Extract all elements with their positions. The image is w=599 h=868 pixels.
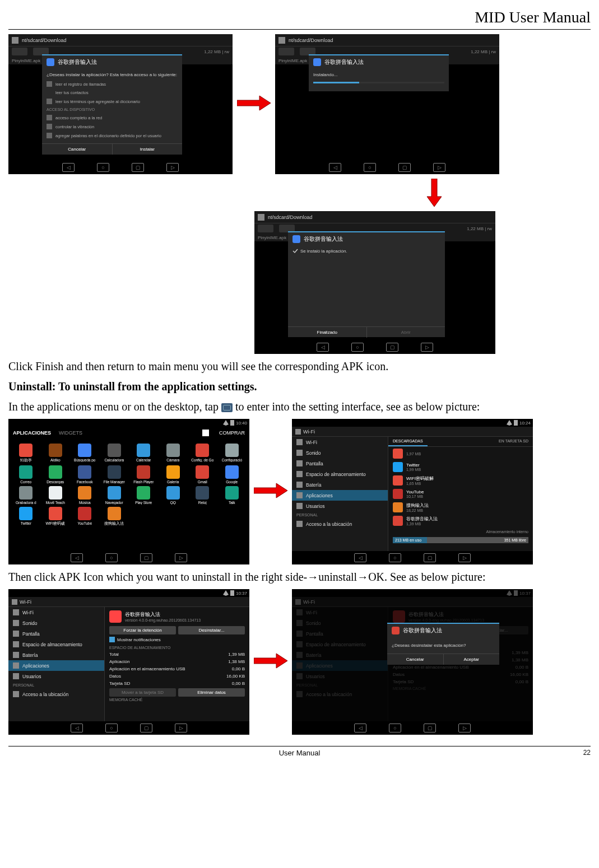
settings-row[interactable]: Aplicaciones [292,490,388,501]
app-item[interactable]: Twitter [12,507,40,526]
recent-icon[interactable]: ▢ [424,553,436,562]
back-icon[interactable]: ◁ [354,553,366,562]
app-item[interactable]: Calendar [129,444,158,463]
tab-sd[interactable]: EN TARJETA SD [494,437,533,446]
settings-row[interactable]: Usuarios [292,501,388,511]
app-item[interactable]: Reloj [188,486,217,505]
app-item[interactable]: Flash Player [129,465,158,484]
settings-row[interactable]: Espacio de almacenamiento [292,469,388,479]
home-icon[interactable]: ○ [389,724,401,732]
confirm-ok-button[interactable]: Aceptar [444,654,500,665]
home-icon[interactable]: ○ [97,163,109,172]
settings-row[interactable]: Batería [292,479,388,490]
home-icon[interactable]: ○ [105,724,118,732]
app-item[interactable]: Cámara [159,444,188,463]
settings-row[interactable]: Acceso a la ubicación [8,689,104,699]
volume-icon[interactable]: ▷ [421,343,433,352]
installing-text: Instalando... [313,72,444,77]
app-list-item[interactable]: YouTube10,17 MB [388,487,533,501]
recent-icon[interactable]: ▢ [424,724,436,732]
back-icon[interactable]: ◁ [62,163,75,172]
volume-icon[interactable]: ▷ [458,724,471,732]
settings-row[interactable]: Espacio de almacenamiento [8,639,104,650]
app-item[interactable]: Navegador [100,486,129,505]
app-item[interactable]: Play Store [129,486,158,505]
open-button[interactable]: Abrir [367,327,445,338]
tab-applications[interactable]: APLICACIONES [13,430,51,436]
app-item[interactable]: Talk [218,486,247,505]
settings-row[interactable]: Pantalla [8,628,104,639]
recent-icon[interactable]: ▢ [398,163,411,172]
app-item[interactable]: Música [71,486,99,505]
home-icon[interactable]: ○ [351,343,364,352]
home-icon[interactable]: ○ [364,163,376,172]
recent-icon[interactable]: ▢ [386,343,398,352]
app-item-icon [225,486,239,500]
clear-data-button[interactable]: Eliminar datos [178,688,245,697]
app-item[interactable]: Config. de Go [188,444,217,463]
app-item[interactable]: Descargas [41,465,70,484]
app-list-item[interactable]: 1,97 MB [388,447,533,460]
confirm-cancel-button[interactable]: Cancelar [387,654,444,665]
app-list-item[interactable]: Twitter1,99 MB [388,460,533,474]
uninstall-button[interactable]: Desinstalar... [178,626,245,634]
volume-icon[interactable]: ▷ [433,163,445,172]
detail-value: 0,00 B [232,666,245,671]
back-icon[interactable]: ◁ [317,343,329,352]
app-item[interactable]: Búsqueda po [71,444,99,463]
settings-row[interactable]: Sonido [8,618,104,628]
app-item[interactable]: Movil Teach [41,486,70,505]
done-button[interactable]: Finalizado [288,327,367,338]
settings-row[interactable]: Wi-Fi [8,607,104,618]
app-list-item[interactable]: 谷歌拼音输入法1,39 MB [388,514,533,528]
home-icon[interactable]: ○ [389,553,401,562]
settings-row[interactable]: Batería [8,650,104,660]
app-item[interactable]: Aldiko [41,444,70,463]
app-item[interactable]: Grabadora d [12,486,40,505]
install-button[interactable]: Instalar [113,144,183,155]
tab-downloaded[interactable]: DESCARGADAS [388,437,428,446]
settings-row[interactable]: Acceso a la ubicación [292,519,388,529]
buy-label[interactable]: COMPRAR [219,430,245,436]
tab-widgets[interactable]: WIDGETS [59,430,82,436]
app-list-item[interactable]: WIFI密码破解1,65 MB [388,474,533,487]
volume-icon[interactable]: ▷ [458,553,471,562]
back-icon[interactable]: ◁ [71,553,83,562]
checkbox-icon[interactable] [109,637,115,642]
settings-row[interactable]: Sonido [292,447,388,458]
home-icon[interactable]: ○ [105,553,118,562]
app-item[interactable]: Google [218,465,247,484]
app-item[interactable]: Facebook [71,465,99,484]
app-item[interactable]: 91助手 [12,444,40,463]
volume-icon[interactable]: ▷ [166,163,179,172]
cancel-button[interactable]: Cancelar [42,144,113,155]
back-icon[interactable]: ◁ [71,724,83,732]
app-item[interactable]: WIFI密码破 [41,507,70,526]
back-icon[interactable]: ◁ [329,163,341,172]
apk-name: PinyinIME.apk [12,58,40,63]
app-item[interactable]: Calculadora [100,444,129,463]
settings-row[interactable]: Pantalla [292,458,388,469]
settings-row-label: Sonido [22,620,37,626]
app-item[interactable]: 搜狗输入法 [100,507,129,526]
app-item[interactable]: File Manager [100,465,129,484]
recent-icon[interactable]: ▢ [140,724,152,732]
app-list-item[interactable]: 搜狗输入法18,22 MB [388,501,533,514]
force-stop-button[interactable]: Forzar la detención [109,626,176,634]
recent-icon[interactable]: ▢ [132,163,144,172]
app-item[interactable]: Galería [159,465,188,484]
app-item[interactable]: YouTube [71,507,99,526]
app-item[interactable]: Correo [12,465,40,484]
recent-icon[interactable]: ▢ [140,553,152,562]
app-item[interactable]: Gmail [188,465,217,484]
app-item-label: Movil Teach [46,501,65,505]
settings-row[interactable]: Aplicaciones [8,660,104,671]
settings-row[interactable]: Wi-Fi [292,437,388,447]
app-item[interactable]: QQ [159,486,188,505]
move-sd-button[interactable]: Mover a la tarjeta SD [109,688,176,697]
volume-icon[interactable]: ▷ [175,724,187,732]
back-icon[interactable]: ◁ [354,724,366,732]
app-item[interactable]: Configuració [218,444,247,463]
settings-row[interactable]: Usuarios [8,671,104,682]
volume-icon[interactable]: ▷ [175,553,187,562]
